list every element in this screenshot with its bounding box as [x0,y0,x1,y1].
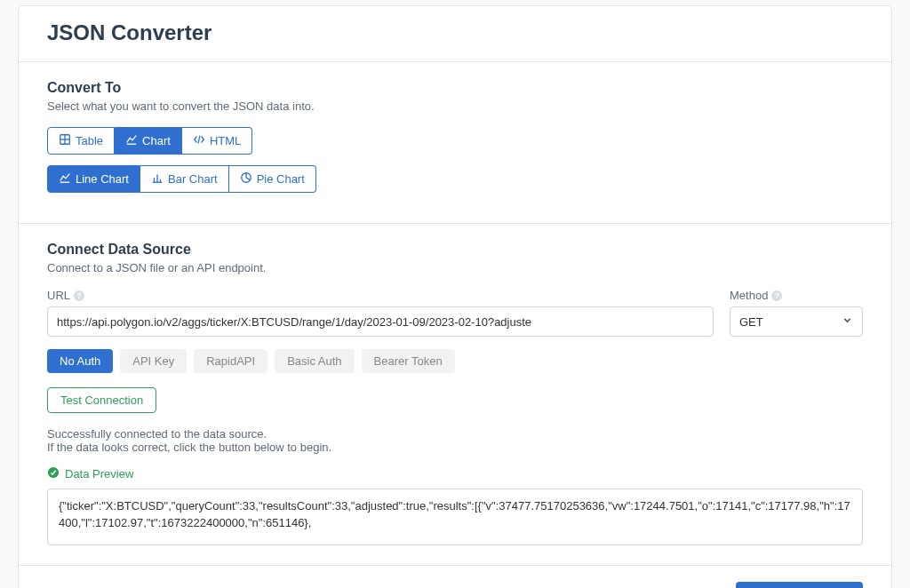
method-select[interactable]: GET [730,306,863,337]
connect-heading: Connect Data Source [47,242,863,258]
auth-bearer[interactable]: Bearer Token [362,349,455,373]
test-connection-button[interactable]: Test Connection [47,387,156,413]
code-icon [193,133,205,148]
convert-type-table-label: Table [76,134,103,147]
convert-heading: Convert To [47,80,863,96]
url-input[interactable] [47,306,714,337]
connect-section: Connect Data Source Connect to a JSON fi… [19,224,891,566]
submit-button[interactable]: Let's Do It [736,582,863,588]
chevron-down-icon [842,314,853,329]
auth-type-group: No Auth API Key RapidAPI Basic Auth Bear… [47,349,863,373]
check-circle-icon [47,466,60,481]
page-title: JSON Converter [47,20,863,45]
auth-basic[interactable]: Basic Auth [275,349,354,373]
line-chart-icon [59,171,71,187]
convert-type-html-label: HTML [210,134,241,147]
convert-type-chart[interactable]: Chart [115,127,182,155]
convert-type-chart-label: Chart [142,134,171,147]
svg-line-4 [198,136,200,144]
connect-desc: Connect to a JSON file or an API endpoin… [47,261,863,274]
bar-chart-icon [151,171,164,187]
chart-type-line[interactable]: Line Chart [47,165,140,193]
convert-type-table[interactable]: Table [47,127,115,155]
chart-type-line-label: Line Chart [76,172,129,186]
convert-desc: Select what you want to convert the JSON… [47,99,863,113]
chart-type-pie-label: Pie Chart [257,172,305,186]
chart-type-bar[interactable]: Bar Chart [140,165,229,193]
footer: Let's Do It [19,566,891,588]
data-preview-label: Data Preview [65,467,133,481]
auth-api-key[interactable]: API Key [120,349,187,373]
chart-type-bar-label: Bar Chart [168,172,218,186]
convert-type-group: Table Chart HTML [47,127,252,155]
help-icon[interactable]: ? [74,290,84,301]
chart-type-group: Line Chart Bar Chart Pie Chart [47,165,316,193]
data-preview-text: {"ticker":"X:BTCUSD","queryCount":33,"re… [59,499,850,529]
method-value: GET [739,315,763,329]
chart-type-pie[interactable]: Pie Chart [229,165,316,193]
pie-chart-icon [240,171,252,187]
method-label: Method ? [730,289,863,302]
chart-icon [125,133,138,148]
convert-type-html[interactable]: HTML [182,127,252,155]
auth-no-auth[interactable]: No Auth [47,349,113,373]
data-preview-box[interactable]: {"ticker":"X:BTCUSD","queryCount":33,"re… [47,489,863,545]
help-icon[interactable]: ? [771,290,782,301]
auth-rapidapi[interactable]: RapidAPI [194,349,267,373]
convert-to-section: Convert To Select what you want to conve… [19,62,891,224]
status-hint: If the data looks correct, click the but… [47,441,863,454]
table-icon [59,133,71,148]
url-label: URL ? [47,289,714,302]
status-success: Successfully connected to the data sourc… [47,427,863,441]
